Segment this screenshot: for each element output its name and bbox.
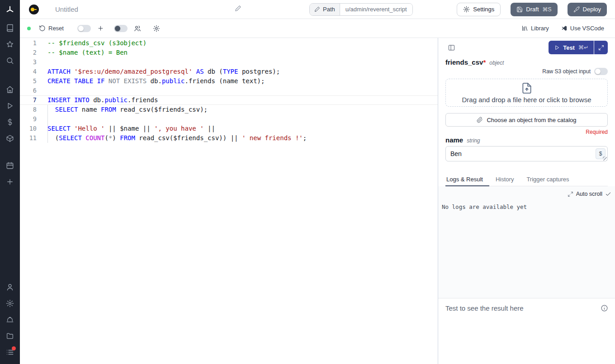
sidebar-item-variables[interactable] (0, 114, 20, 130)
sidebar-item-favorites[interactable] (0, 36, 20, 52)
editor-toolbar: Reset (20, 19, 615, 38)
status-dot (27, 27, 31, 30)
sidebar-item-docs[interactable] (0, 20, 20, 36)
plus-icon (97, 25, 104, 32)
diff-mode-toggle[interactable] (114, 25, 128, 32)
code-line[interactable]: 4ATTACH '$res:u/demo/amazed_postgresql' … (20, 67, 438, 76)
gear-icon (6, 299, 14, 307)
deploy-button[interactable]: Deploy (568, 3, 607, 16)
panel-top-bar: Test ⌘↵ (445, 40, 608, 55)
tab-trigger-captures[interactable]: Trigger captures (520, 172, 575, 186)
raw-s3-toggle[interactable] (594, 68, 608, 75)
code-line[interactable]: 9 (20, 114, 438, 124)
play-icon (554, 45, 560, 51)
line-number: 11 (20, 133, 37, 143)
toggle-panel-icon[interactable] (445, 42, 457, 53)
code-text: INSERT INTO db.public.friends (47, 96, 158, 104)
line-number: 7 (20, 96, 37, 104)
path-chip[interactable]: Path u/admin/reverent_script (309, 3, 413, 16)
check-icon (605, 191, 611, 197)
line-number: 3 (20, 57, 37, 67)
autoscroll-row[interactable]: Auto scroll (438, 186, 615, 197)
required-star: * (483, 58, 486, 66)
plus-icon (6, 178, 14, 186)
tab-history[interactable]: History (489, 172, 520, 186)
code-line[interactable]: 8 SELECT name FROM read_csv($friends_csv… (20, 105, 438, 114)
expand-logs-icon[interactable] (568, 191, 573, 197)
code-line[interactable]: 5CREATE TABLE IF NOT EXISTS db.public.fr… (20, 76, 438, 86)
sidebar-item-resources[interactable] (0, 130, 20, 147)
raw-s3-label: Raw S3 object input (542, 68, 591, 75)
settings-button[interactable]: Settings (457, 3, 501, 16)
sidebar-item-folders[interactable] (0, 328, 20, 344)
paperclip-icon (477, 117, 483, 123)
code-editor[interactable]: 1-- $friends_csv (s3object)2-- $name (te… (20, 38, 438, 364)
test-fullscreen-button[interactable] (594, 41, 608, 54)
code-line[interactable]: 3 (20, 57, 438, 67)
add-assistant-icon[interactable] (97, 25, 104, 32)
sidebar-item-schedules[interactable] (0, 157, 20, 174)
sidebar-item-search[interactable] (0, 52, 20, 69)
library-button[interactable]: Library (521, 25, 549, 32)
header: Untitled Path u/admin/reverent_script (20, 0, 615, 19)
code-text: (SELECT COUNT(*) FROM read_csv($friends_… (47, 133, 307, 143)
dropzone-text: Drag and drop a file here or click to br… (462, 96, 591, 104)
script-title[interactable]: Untitled (55, 5, 78, 13)
content-row: 1-- $friends_csv (s3object)2-- $name (te… (20, 38, 615, 364)
duckdb-language-icon (29, 5, 39, 14)
result-area: Test to see the result here (438, 298, 615, 364)
file-dropzone[interactable]: Drag and drop a file here or click to br… (445, 79, 608, 107)
object-field-header: friends_csv* object (445, 58, 608, 66)
edit-title-icon[interactable] (235, 5, 241, 14)
main-column: Untitled Path u/admin/reverent_script (20, 0, 615, 364)
sidebar-item-home[interactable] (0, 81, 20, 98)
field-name-label: name (445, 136, 463, 144)
code-line[interactable]: 6 (20, 86, 438, 95)
code-line[interactable]: 10SELECT 'Hello ' || $name || ', you hav… (20, 124, 438, 133)
field-type-label: string (467, 137, 480, 144)
code-line[interactable]: 1-- $friends_csv (s3object) (20, 38, 438, 48)
sidebar-bottom-group (0, 279, 20, 364)
sidebar-item-more[interactable] (0, 174, 20, 190)
code-line[interactable]: 11 (SELECT COUNT(*) FROM read_csv($frien… (20, 133, 438, 143)
reset-button[interactable]: Reset (39, 25, 64, 32)
use-vscode-button[interactable]: Use VSCode (561, 25, 604, 32)
multiplayer-icon[interactable] (134, 25, 141, 32)
path-chip-label: Path (310, 4, 340, 15)
windmill-logo-icon[interactable] (5, 0, 14, 20)
choose-catalog-button[interactable]: Choose an object from the catalog (445, 113, 608, 127)
header-left: Untitled (29, 5, 241, 14)
resize-handle[interactable] (603, 156, 607, 161)
field-name-label: friends_csv* (445, 58, 486, 66)
tab-logs-result[interactable]: Logs & Result (445, 172, 489, 186)
sidebar-item-settings[interactable] (0, 295, 20, 312)
test-button[interactable]: Test ⌘↵ (549, 41, 594, 54)
result-placeholder: Test to see the result here (445, 304, 524, 312)
users-icon (134, 25, 141, 32)
assistant-toggle[interactable] (77, 25, 91, 32)
test-shortcut: ⌘↵ (578, 44, 588, 51)
maximize-icon (598, 45, 604, 51)
box-icon (6, 134, 14, 142)
editor-settings-icon[interactable] (153, 25, 160, 32)
name-input[interactable] (450, 150, 596, 157)
pencil-icon (314, 6, 320, 12)
info-icon[interactable] (601, 304, 608, 312)
line-number: 9 (20, 114, 37, 124)
sidebar-item-workers[interactable] (0, 312, 20, 328)
code-line[interactable]: 7INSERT INTO db.public.friends (20, 95, 438, 105)
sidebar-item-account[interactable] (0, 279, 20, 295)
code-line[interactable]: 2-- $name (text) = Ben (20, 48, 438, 57)
play-icon (6, 102, 14, 110)
sidebar-item-audit-logs[interactable] (0, 344, 20, 360)
calendar-icon (6, 161, 14, 170)
sidebar-item-runs[interactable] (0, 98, 20, 114)
refresh-icon (39, 25, 46, 32)
line-number: 2 (20, 48, 37, 57)
code-text: ATTACH '$res:u/demo/amazed_postgresql' A… (47, 67, 280, 76)
draft-button[interactable]: Draft ⌘S (511, 3, 557, 16)
test-button-group: Test ⌘↵ (549, 41, 608, 54)
autoscroll-label: Auto scroll (576, 191, 602, 197)
code-text: SELECT name FROM read_csv($friends_csv); (47, 105, 208, 114)
line-number: 10 (20, 124, 37, 133)
